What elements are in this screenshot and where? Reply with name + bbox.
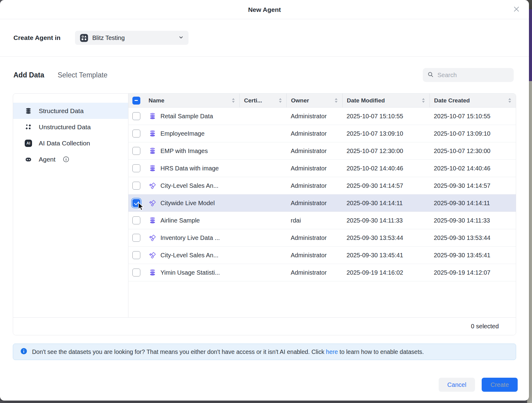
- row-date-created: 2025-09-30 13:53:44: [430, 229, 516, 246]
- row-owner: Administrator: [286, 264, 342, 281]
- row-checkbox[interactable]: [132, 164, 140, 172]
- ai-badge-icon: AI: [25, 140, 32, 147]
- table-row[interactable]: EmployeeImage Administrator 2025-10-07 1…: [128, 125, 516, 142]
- row-name: EmployeeImage: [160, 130, 205, 137]
- row-name: City-Level Sales An...: [160, 252, 218, 259]
- selection-footer: 0 selected: [13, 317, 516, 335]
- row-certified: [239, 160, 286, 177]
- table-row[interactable]: City-Level Sales An... Administrator 202…: [128, 177, 516, 194]
- create-button[interactable]: Create: [482, 378, 518, 392]
- workspace-icon: [80, 34, 88, 42]
- tab-add-data[interactable]: Add Data: [13, 71, 44, 79]
- row-owner: Administrator: [286, 177, 342, 194]
- info-filled-icon: [20, 348, 27, 356]
- table-row[interactable]: Airline Sample rdai 2025-09-30 14:11:33 …: [128, 212, 516, 229]
- row-certified: [239, 264, 286, 281]
- row-name: Inventory Live Data ...: [160, 234, 220, 241]
- row-date-modified: 2025-10-02 14:40:46: [342, 160, 430, 177]
- row-date-modified: 2025-10-07 15:10:55: [342, 108, 430, 125]
- column-header-name: Name: [149, 97, 164, 104]
- row-owner: rdai: [286, 212, 342, 229]
- model-icon: [149, 234, 156, 242]
- workspace-dropdown[interactable]: Blitz Testing: [75, 31, 189, 45]
- table-body: Retail Sample Data Administrator 2025-10…: [128, 108, 516, 317]
- database-icon: [149, 130, 156, 137]
- cancel-button[interactable]: Cancel: [439, 378, 475, 392]
- sidebar-item-ai-data-collection[interactable]: AI AI Data Collection: [13, 135, 128, 151]
- table-row[interactable]: Inventory Live Data ... Administrator 20…: [128, 229, 516, 247]
- table-row[interactable]: EMP with Images Administrator 2025-10-07…: [128, 142, 516, 160]
- selected-count: 0 selected: [471, 323, 499, 330]
- sidebar-item-label: AI Data Collection: [39, 140, 90, 147]
- row-certified: [239, 194, 286, 212]
- row-checkbox[interactable]: [132, 251, 140, 259]
- row-date-created: 2025-09-19 14:12:07: [430, 264, 516, 281]
- sort-arrows-icon[interactable]: [276, 98, 282, 103]
- agent-robot-icon: [25, 156, 32, 163]
- column-header-date-created: Date Created: [434, 97, 470, 104]
- table-row[interactable]: Yimin Usage Statisti... Administrator 20…: [128, 264, 516, 281]
- row-checkbox[interactable]: [132, 147, 140, 155]
- info-icon[interactable]: [63, 156, 69, 162]
- search-box[interactable]: [423, 68, 514, 82]
- sort-arrows-icon[interactable]: [419, 98, 425, 103]
- row-owner: Administrator: [286, 194, 342, 212]
- row-certified: [239, 247, 286, 264]
- search-input[interactable]: [437, 72, 518, 79]
- row-owner: Administrator: [286, 160, 342, 177]
- sidebar-item-label: Unstructured Data: [39, 123, 91, 131]
- model-icon: [149, 199, 156, 207]
- sidebar-item-agent[interactable]: Agent: [13, 151, 128, 167]
- row-name: HRS Data with image: [160, 165, 219, 172]
- search-icon: [427, 71, 434, 79]
- row-checkbox[interactable]: [132, 199, 140, 207]
- data-picker-panel: Structured Data Unstructured Data AI AI …: [13, 93, 516, 335]
- close-button[interactable]: [511, 4, 522, 15]
- row-checkbox[interactable]: [132, 182, 140, 190]
- toolbar: Add Data Select Template: [0, 57, 529, 93]
- database-icon: [149, 147, 156, 155]
- close-icon: [513, 6, 520, 13]
- row-certified: [239, 177, 286, 194]
- sort-arrows-icon[interactable]: [332, 98, 338, 103]
- row-date-modified: 2025-09-30 13:53:44: [342, 229, 430, 246]
- row-owner: Administrator: [286, 142, 342, 159]
- sidebar-item-structured-data[interactable]: Structured Data: [13, 103, 128, 119]
- database-icon: [25, 107, 32, 115]
- banner-here-link[interactable]: here: [326, 348, 338, 355]
- row-checkbox[interactable]: [132, 269, 140, 276]
- sidebar-item-label: Structured Data: [39, 107, 84, 115]
- table-row[interactable]: Retail Sample Data Administrator 2025-10…: [128, 108, 516, 125]
- row-checkbox[interactable]: [132, 130, 140, 137]
- row-date-created: 2025-09-30 14:11:33: [430, 212, 516, 229]
- row-date-modified: 2025-09-30 14:11:33: [342, 212, 430, 229]
- row-certified: [239, 212, 286, 229]
- database-icon: [149, 112, 156, 120]
- row-date-modified: 2025-09-30 14:14:57: [342, 177, 430, 194]
- column-header-owner: Owner: [291, 97, 309, 104]
- row-checkbox[interactable]: [132, 234, 140, 242]
- table-row[interactable]: Citywide Live Model Administrator 2025-0…: [128, 194, 516, 212]
- row-name: Airline Sample: [160, 217, 200, 224]
- row-date-created: 2025-09-30 14:14:11: [430, 194, 516, 212]
- table-row[interactable]: HRS Data with image Administrator 2025-1…: [128, 160, 516, 177]
- select-all-checkbox[interactable]: [132, 97, 140, 105]
- table-row[interactable]: City-Level Sales An... Administrator 202…: [128, 247, 516, 264]
- sort-arrows-icon[interactable]: [229, 98, 235, 103]
- info-banner: Don't see the datasets you are looking f…: [13, 344, 516, 360]
- workspace-section: Create Agent in Blitz Testing: [0, 19, 529, 57]
- row-checkbox[interactable]: [132, 112, 140, 120]
- tab-bar: Add Data Select Template: [13, 71, 107, 79]
- row-date-created: 2025-09-30 14:14:57: [430, 177, 516, 194]
- sort-arrows-icon[interactable]: [505, 98, 512, 103]
- banner-text: Don't see the datasets you are looking f…: [32, 348, 424, 355]
- row-owner: Administrator: [286, 229, 342, 246]
- data-type-sidebar: Structured Data Unstructured Data AI AI …: [13, 94, 128, 317]
- row-owner: Administrator: [286, 125, 342, 142]
- database-icon: [149, 216, 156, 224]
- row-checkbox[interactable]: [132, 216, 140, 224]
- row-name: Retail Sample Data: [160, 113, 213, 120]
- model-icon: [149, 251, 156, 259]
- sidebar-item-unstructured-data[interactable]: Unstructured Data: [13, 119, 128, 135]
- tab-select-template[interactable]: Select Template: [58, 71, 107, 79]
